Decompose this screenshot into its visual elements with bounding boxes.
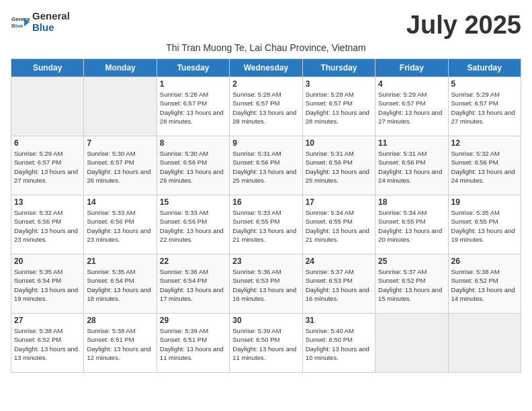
svg-text:Blue: Blue [11, 23, 24, 29]
cell-info: Sunrise: 5:33 AM Sunset: 6:55 PM Dayligh… [232, 208, 299, 244]
cell-info: Sunrise: 5:30 AM Sunset: 6:57 PM Dayligh… [87, 149, 153, 185]
calendar-cell: 9Sunrise: 5:31 AM Sunset: 6:56 PM Daylig… [230, 136, 302, 195]
subtitle: Thi Tran Muong Te, Lai Chau Province, Vi… [11, 42, 521, 53]
cell-info: Sunrise: 5:28 AM Sunset: 6:57 PM Dayligh… [306, 90, 372, 126]
day-number: 27 [14, 316, 81, 325]
calendar-cell: 15Sunrise: 5:33 AM Sunset: 6:56 PM Dayli… [157, 195, 229, 255]
day-number: 2 [232, 79, 299, 89]
calendar-cell: 3Sunrise: 5:28 AM Sunset: 6:57 PM Daylig… [302, 77, 375, 136]
cell-info: Sunrise: 5:35 AM Sunset: 6:54 PM Dayligh… [14, 267, 81, 303]
day-number: 16 [232, 197, 299, 207]
calendar-cell: 21Sunrise: 5:35 AM Sunset: 6:54 PM Dayli… [84, 255, 157, 314]
calendar-cell: 8Sunrise: 5:30 AM Sunset: 6:56 PM Daylig… [157, 136, 229, 195]
calendar-cell: 18Sunrise: 5:34 AM Sunset: 6:55 PM Dayli… [375, 195, 448, 255]
day-number: 12 [451, 138, 518, 148]
calendar-cell: 12Sunrise: 5:32 AM Sunset: 6:56 PM Dayli… [448, 136, 521, 195]
cell-info: Sunrise: 5:33 AM Sunset: 6:56 PM Dayligh… [87, 208, 153, 244]
day-header-monday: Monday [84, 59, 157, 77]
cell-info: Sunrise: 5:36 AM Sunset: 6:54 PM Dayligh… [160, 267, 226, 303]
day-number: 31 [306, 316, 372, 325]
calendar-cell [11, 77, 84, 136]
day-number: 10 [306, 138, 372, 148]
day-number: 20 [14, 257, 81, 266]
day-number: 6 [14, 138, 81, 148]
cell-info: Sunrise: 5:39 AM Sunset: 6:50 PM Dayligh… [232, 326, 299, 362]
day-number: 18 [378, 197, 445, 207]
day-header-wednesday: Wednesday [230, 59, 302, 77]
cell-info: Sunrise: 5:32 AM Sunset: 6:56 PM Dayligh… [451, 149, 518, 185]
day-number: 17 [306, 197, 372, 207]
day-number: 22 [160, 257, 226, 266]
cell-info: Sunrise: 5:38 AM Sunset: 6:52 PM Dayligh… [451, 267, 518, 303]
calendar-cell: 30Sunrise: 5:39 AM Sunset: 6:50 PM Dayli… [230, 314, 302, 373]
calendar-cell: 26Sunrise: 5:38 AM Sunset: 6:52 PM Dayli… [448, 255, 521, 314]
calendar-cell: 11Sunrise: 5:31 AM Sunset: 6:56 PM Dayli… [375, 136, 448, 195]
day-number: 11 [378, 138, 445, 148]
cell-info: Sunrise: 5:35 AM Sunset: 6:54 PM Dayligh… [87, 267, 153, 303]
day-number: 23 [232, 257, 299, 266]
cell-info: Sunrise: 5:31 AM Sunset: 6:56 PM Dayligh… [306, 149, 372, 185]
cell-info: Sunrise: 5:28 AM Sunset: 6:57 PM Dayligh… [160, 90, 226, 126]
calendar-cell [375, 314, 448, 373]
logo-general-text: General [32, 11, 70, 22]
day-header-friday: Friday [375, 59, 448, 77]
calendar-cell: 10Sunrise: 5:31 AM Sunset: 6:56 PM Dayli… [302, 136, 375, 195]
calendar-cell [84, 77, 157, 136]
logo-blue-text: Blue [32, 22, 70, 34]
calendar-cell: 25Sunrise: 5:37 AM Sunset: 6:52 PM Dayli… [375, 255, 448, 314]
day-number: 19 [451, 197, 518, 207]
calendar-cell: 13Sunrise: 5:32 AM Sunset: 6:56 PM Dayli… [11, 195, 84, 255]
calendar-cell: 1Sunrise: 5:28 AM Sunset: 6:57 PM Daylig… [157, 77, 229, 136]
cell-info: Sunrise: 5:38 AM Sunset: 6:52 PM Dayligh… [14, 326, 81, 362]
day-number: 25 [378, 257, 445, 266]
calendar-cell: 14Sunrise: 5:33 AM Sunset: 6:56 PM Dayli… [84, 195, 157, 255]
day-number: 3 [306, 79, 372, 89]
day-number: 28 [87, 316, 153, 325]
cell-info: Sunrise: 5:31 AM Sunset: 6:56 PM Dayligh… [232, 149, 299, 185]
cell-info: Sunrise: 5:39 AM Sunset: 6:51 PM Dayligh… [160, 326, 226, 362]
day-number: 1 [160, 79, 226, 89]
cell-info: Sunrise: 5:37 AM Sunset: 6:53 PM Dayligh… [306, 267, 372, 303]
cell-info: Sunrise: 5:38 AM Sunset: 6:51 PM Dayligh… [87, 326, 153, 362]
cell-info: Sunrise: 5:34 AM Sunset: 6:55 PM Dayligh… [378, 208, 445, 244]
day-number: 26 [451, 257, 518, 266]
day-number: 14 [87, 197, 153, 207]
calendar-cell: 28Sunrise: 5:38 AM Sunset: 6:51 PM Dayli… [84, 314, 157, 373]
logo: General Blue General Blue [11, 11, 70, 33]
calendar-cell: 19Sunrise: 5:35 AM Sunset: 6:55 PM Dayli… [448, 195, 521, 255]
month-title: July 2025 [406, 11, 521, 40]
day-number: 8 [160, 138, 226, 148]
cell-info: Sunrise: 5:29 AM Sunset: 6:57 PM Dayligh… [14, 149, 81, 185]
day-header-sunday: Sunday [11, 59, 84, 77]
logo-icon: General Blue [11, 13, 30, 32]
day-number: 15 [160, 197, 226, 207]
calendar-cell: 16Sunrise: 5:33 AM Sunset: 6:55 PM Dayli… [230, 195, 302, 255]
cell-info: Sunrise: 5:34 AM Sunset: 6:55 PM Dayligh… [306, 208, 372, 244]
cell-info: Sunrise: 5:28 AM Sunset: 6:57 PM Dayligh… [232, 90, 299, 126]
calendar-cell: 20Sunrise: 5:35 AM Sunset: 6:54 PM Dayli… [11, 255, 84, 314]
cell-info: Sunrise: 5:33 AM Sunset: 6:56 PM Dayligh… [160, 208, 226, 244]
calendar-cell: 5Sunrise: 5:29 AM Sunset: 6:57 PM Daylig… [448, 77, 521, 136]
calendar-cell: 29Sunrise: 5:39 AM Sunset: 6:51 PM Dayli… [157, 314, 229, 373]
day-header-tuesday: Tuesday [157, 59, 229, 77]
calendar-cell [448, 314, 521, 373]
day-header-saturday: Saturday [448, 59, 521, 77]
day-number: 5 [451, 79, 518, 89]
calendar-cell: 23Sunrise: 5:36 AM Sunset: 6:53 PM Dayli… [230, 255, 302, 314]
cell-info: Sunrise: 5:37 AM Sunset: 6:52 PM Dayligh… [378, 267, 445, 303]
day-number: 30 [232, 316, 299, 325]
day-header-thursday: Thursday [302, 59, 375, 77]
day-number: 13 [14, 197, 81, 207]
calendar-cell: 27Sunrise: 5:38 AM Sunset: 6:52 PM Dayli… [11, 314, 84, 373]
cell-info: Sunrise: 5:36 AM Sunset: 6:53 PM Dayligh… [232, 267, 299, 303]
cell-info: Sunrise: 5:29 AM Sunset: 6:57 PM Dayligh… [378, 90, 445, 126]
day-number: 24 [306, 257, 372, 266]
day-number: 4 [378, 79, 445, 89]
day-number: 21 [87, 257, 153, 266]
calendar-cell: 6Sunrise: 5:29 AM Sunset: 6:57 PM Daylig… [11, 136, 84, 195]
day-number: 29 [160, 316, 226, 325]
calendar-cell: 7Sunrise: 5:30 AM Sunset: 6:57 PM Daylig… [84, 136, 157, 195]
day-number: 7 [87, 138, 153, 148]
calendar-cell: 31Sunrise: 5:40 AM Sunset: 6:50 PM Dayli… [302, 314, 375, 373]
calendar-cell: 17Sunrise: 5:34 AM Sunset: 6:55 PM Dayli… [302, 195, 375, 255]
